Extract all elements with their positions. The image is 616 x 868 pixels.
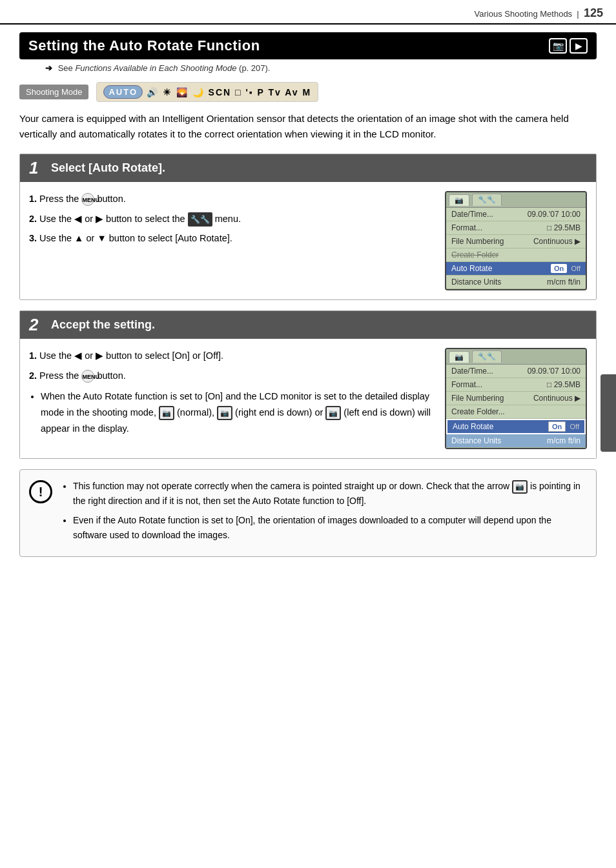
see-note-italic: Functions Available in Each Shooting Mod… [75, 63, 236, 73]
lcd-label2-filenumbering: File Numbering [451, 394, 504, 403]
note-cam-icon: 📷 [512, 480, 528, 494]
step2-item1: 1. Use the ◀ or ▶ button to select [On] … [29, 348, 432, 364]
step1-body: 1. Press the MENU button. 2. Use the ◀ o… [20, 182, 596, 299]
step2-body: 1. Use the ◀ or ▶ button to select [On] … [20, 339, 596, 458]
lcd-tab-row-1: 📷 🔧🔧 [446, 192, 586, 208]
step2-container: 2 Accept the setting. 1. Use the ◀ or ▶ … [19, 310, 597, 459]
step2-list: 1. Use the ◀ or ▶ button to select [On] … [29, 348, 432, 383]
lcd-label2-autorotate: Auto Rotate [453, 422, 493, 431]
lcd-tab-wrench: 🔧🔧 [472, 194, 502, 206]
step1-instructions: 1. Press the MENU button. 2. Use the ◀ o… [29, 191, 432, 290]
lcd-row-createfolder: Create Folder [446, 248, 586, 262]
lcd-tab2-camera: 📷 [449, 351, 469, 363]
lcd-row2-filenumbering: File Numbering Continuous ▶ [446, 392, 586, 405]
lcd-value2-filenumbering: Continuous ▶ [533, 394, 580, 403]
see-note-text: See Functions Available in Each Shooting… [58, 63, 271, 73]
step2-instructions: 1. Use the ◀ or ▶ button to select [On] … [29, 348, 432, 449]
sidebar-accent [601, 374, 616, 452]
title-icons: 📷 ▶ [549, 38, 588, 54]
see-note-link: (p. 207). [239, 63, 270, 73]
step1-lcd-screen: 📷 🔧🔧 Date/Time... 09.09.'07 10:00 Format… [445, 191, 587, 290]
lcd-value-distanceunits: m/cm ft/in [547, 278, 580, 287]
cam-icon-left: 📷 [325, 406, 341, 421]
step1-container: 1 Select [Auto Rotate]. 1. Press the MEN… [19, 154, 597, 300]
title-section: Setting the Auto Rotate Function 📷 ▶ [19, 32, 597, 59]
lcd-tab-row-2: 📷 🔧🔧 [446, 349, 586, 365]
lcd-label2-createfolder: Create Folder... [451, 407, 505, 416]
step2-item2: 2. Press the MENU button. [29, 368, 432, 384]
shooting-mode-label: Shooting Mode [19, 85, 88, 99]
page-title: Setting the Auto Rotate Function [28, 37, 260, 54]
lcd-row-filenumbering: File Numbering Continuous ▶ [446, 235, 586, 248]
step2-header: 2 Accept the setting. [20, 311, 596, 339]
lcd-row-distanceunits: Distance Units m/cm ft/in [446, 276, 586, 289]
lcd-value2-autorotate: On Off [548, 422, 579, 431]
step1-item3: 3. Use the ▲ or ▼ button to select [Auto… [29, 230, 432, 247]
shooting-mode-icons: AUTO 🔊 ☀ 🌄 🌙 SCN □ '▪ P Tv Av M [96, 82, 318, 102]
page-number: 125 [584, 6, 603, 19]
note-content: This function may not operate correctly … [61, 479, 587, 547]
note-item-2: Even if the Auto Rotate function is set … [73, 513, 587, 542]
see-note: ➔ See Functions Available in Each Shooti… [19, 59, 597, 77]
section-label: Various Shooting Methods [475, 9, 573, 19]
lcd-label-distanceunits: Distance Units [451, 278, 501, 287]
note-section: ! This function may not operate correctl… [19, 469, 597, 557]
see-note-arrow: ➔ [45, 63, 52, 73]
lcd-label-filenumbering: File Numbering [451, 237, 504, 246]
lcd-row-format: Format... □ 29.5MB [446, 221, 586, 235]
cam-icon-normal: 📷 [159, 406, 174, 421]
lcd-label2-datetime: Date/Time... [451, 367, 493, 376]
lcd-tab-camera: 📷 [449, 194, 469, 206]
wrench-menu-icon: 🔧🔧 [188, 212, 212, 227]
lcd-value2-format: □ 29.5MB [547, 380, 580, 389]
lcd-label2-format: Format... [451, 380, 482, 389]
lcd-value-datetime: 09.09.'07 10:00 [528, 210, 580, 219]
main-content: Setting the Auto Rotate Function 📷 ▶ ➔ S… [0, 32, 616, 576]
menu-button-icon: MENU [81, 193, 94, 206]
step2-lcd: 📷 🔧🔧 Date/Time... 09.09.'07 10:00 Format… [445, 348, 587, 449]
lcd-value-filenumbering: Continuous ▶ [533, 237, 580, 246]
page-header: Various Shooting Methods | 125 [0, 0, 616, 25]
lcd-row-datetime: Date/Time... 09.09.'07 10:00 [446, 208, 586, 221]
lcd-label-createfolder: Create Folder [451, 250, 498, 259]
lcd-row2-distanceunits: Distance Units m/cm ft/in [446, 434, 586, 448]
cam-icon-right: 📷 [217, 406, 232, 421]
intro-paragraph: Your camera is equipped with an Intellig… [19, 111, 597, 142]
step2-bullet1: When the Auto Rotate function is set to … [41, 389, 432, 436]
step1-list: 1. Press the MENU button. 2. Use the ◀ o… [29, 191, 432, 247]
lcd-tab2-wrench: 🔧🔧 [472, 350, 502, 363]
menu-button-icon-2: MENU [81, 370, 94, 383]
note-item-1: This function may not operate correctly … [73, 479, 587, 508]
lcd-row2-createfolder: Create Folder... [446, 405, 586, 419]
step1-header: 1 Select [Auto Rotate]. [20, 154, 596, 182]
lcd-value-autorotate-1: On Off [551, 264, 580, 273]
lcd-label2-distanceunits: Distance Units [451, 436, 501, 445]
lcd-label-datetime: Date/Time... [451, 210, 493, 219]
step1-number: 1 [29, 158, 42, 178]
mode-icons: 🔊 ☀ 🌄 🌙 SCN □ '▪ P Tv Av M [147, 87, 311, 97]
lcd-row-autorotate-1: Auto Rotate On Off [446, 262, 586, 276]
step1-title: Select [Auto Rotate]. [51, 161, 165, 175]
step2-number: 2 [29, 315, 42, 335]
lcd-value2-distanceunits: m/cm ft/in [547, 436, 580, 445]
step2-bullets: When the Auto Rotate function is set to … [29, 389, 432, 436]
lcd-value-format: □ 29.5MB [547, 223, 580, 232]
lcd-value2-datetime: 09.09.'07 10:00 [528, 367, 580, 376]
lcd-row2-datetime: Date/Time... 09.09.'07 10:00 [446, 365, 586, 378]
note-list: This function may not operate correctly … [61, 479, 587, 542]
lcd-label-autorotate-1: Auto Rotate [451, 264, 492, 273]
step1-item2: 2. Use the ◀ or ▶ button to select the 🔧… [29, 211, 432, 227]
shooting-mode-bar: Shooting Mode AUTO 🔊 ☀ 🌄 🌙 SCN □ '▪ P Tv… [19, 82, 597, 102]
lcd-label-format: Format... [451, 223, 482, 232]
play-icon: ▶ [570, 38, 588, 54]
lcd-row2-format: Format... □ 29.5MB [446, 378, 586, 392]
step2-title: Accept the setting. [51, 318, 155, 332]
auto-badge: AUTO [103, 85, 143, 99]
camera-icon: 📷 [549, 38, 567, 54]
step2-lcd-screen: 📷 🔧🔧 Date/Time... 09.09.'07 10:00 Format… [445, 348, 587, 449]
lcd-row2-autorotate: Auto Rotate On Off [446, 419, 586, 434]
step1-lcd: 📷 🔧🔧 Date/Time... 09.09.'07 10:00 Format… [445, 191, 587, 290]
caution-icon: ! [29, 480, 52, 503]
step1-item1: 1. Press the MENU button. [29, 191, 432, 207]
